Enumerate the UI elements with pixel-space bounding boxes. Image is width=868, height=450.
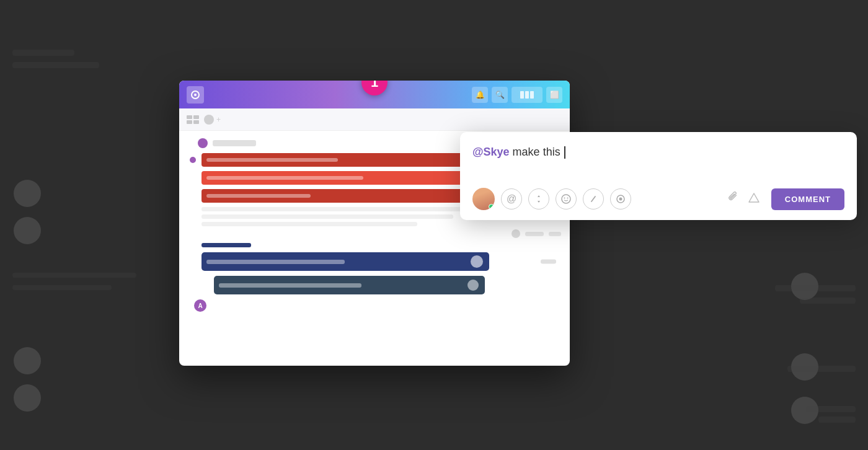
task-avatar-purple (198, 138, 208, 148)
record-button[interactable] (610, 188, 631, 210)
online-status-dot (489, 204, 494, 210)
app-logo[interactable] (187, 86, 204, 104)
bg-decoration (806, 406, 856, 412)
bg-decoration (787, 366, 856, 372)
bar-inner-text (206, 260, 345, 264)
blue-task-bar-2[interactable] (214, 276, 485, 294)
blue-task-section (188, 252, 561, 294)
bar-inner-text (206, 158, 338, 162)
control-bar-2 (549, 232, 561, 236)
section-controls (188, 229, 561, 238)
red-task-bar-3[interactable] (202, 189, 471, 203)
commenter-avatar (472, 188, 495, 210)
comment-popup: @Skye make this @ (460, 132, 857, 220)
app-header: 1 🔔 🔍 ⬜ (179, 81, 570, 108)
bar-inner-text (219, 283, 361, 288)
bg-avatar (14, 384, 41, 412)
red-task-bar-2[interactable] (202, 171, 497, 185)
comment-text-area[interactable]: @Skye make this (472, 144, 844, 175)
bar-avatar-2 (467, 280, 479, 291)
mention-button[interactable]: @ (501, 188, 522, 210)
bg-decoration (12, 285, 112, 290)
mention-text: @Skye (472, 146, 510, 158)
bar-inner-text (206, 176, 363, 180)
bar-right-info (541, 260, 556, 264)
svg-point-3 (564, 198, 565, 199)
text-cursor (564, 146, 565, 159)
bg-decoration (800, 298, 856, 304)
grid-icon[interactable] (187, 115, 199, 124)
app-card: 1 🔔 🔍 ⬜ (179, 81, 570, 366)
add-members-button[interactable]: + (204, 115, 221, 125)
control-bar (525, 232, 544, 236)
thin-line-3 (202, 222, 417, 226)
app-toolbar: + (179, 108, 570, 131)
bg-decoration (12, 273, 136, 278)
search-icon[interactable]: 🔍 (492, 87, 508, 103)
bg-decoration (12, 50, 74, 56)
bg-decoration (775, 285, 856, 291)
dot-purple (190, 157, 196, 163)
bg-avatar (14, 347, 41, 374)
task-label-bar (213, 140, 256, 146)
comment-input-text: make this (513, 146, 564, 158)
bottom-avatar: A (194, 299, 206, 312)
svg-line-5 (591, 196, 595, 201)
bg-avatar (14, 217, 41, 244)
blue-row-2 (202, 276, 561, 294)
svg-point-7 (619, 198, 622, 201)
drive-button[interactable] (748, 192, 760, 207)
svg-point-2 (562, 195, 570, 203)
bar-avatar (471, 255, 483, 268)
bar-inner-text (206, 194, 311, 198)
comment-submit-button[interactable]: COMMENT (771, 188, 844, 210)
bottom-avatar-area: A (188, 299, 561, 312)
svg-point-1 (194, 94, 197, 96)
notification-badge: 1 (361, 81, 388, 95)
bg-decoration (12, 62, 99, 68)
control-icon-1[interactable] (512, 229, 520, 238)
expand-icon[interactable]: ⬜ (546, 87, 562, 103)
thin-line-2 (202, 214, 453, 219)
header-actions: 🔔 🔍 ⬜ (472, 87, 562, 103)
svg-point-4 (567, 198, 569, 199)
attach-button[interactable] (727, 192, 739, 207)
view-toggle[interactable] (512, 87, 542, 103)
blue-task-bar-1[interactable] (202, 252, 489, 271)
red-task-bar-1[interactable] (202, 153, 474, 167)
comment-actions: @ (472, 188, 844, 210)
blue-header-label (202, 243, 251, 247)
bell-icon[interactable]: 🔔 (472, 87, 488, 103)
emoji-button[interactable] (556, 188, 577, 210)
svg-marker-8 (749, 193, 759, 202)
bg-avatar (14, 180, 41, 207)
format-button[interactable] (583, 188, 604, 210)
bg-decoration (818, 417, 856, 423)
blue-row-1 (202, 252, 561, 271)
assign-button[interactable] (528, 188, 549, 210)
blue-section-header (188, 243, 561, 247)
